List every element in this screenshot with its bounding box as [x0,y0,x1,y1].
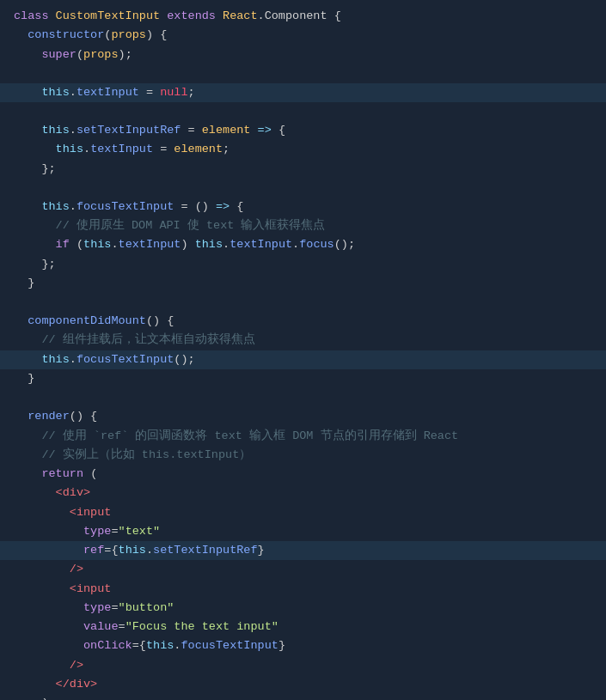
code-line: // 实例上（比如 this.textInput） [0,446,606,465]
code-line: } [0,369,606,388]
code-line: // 使用原生 DOM API 使 text 输入框获得焦点 [0,216,606,235]
code-line: this.setTextInputRef = element => { [0,121,606,140]
code-line [0,388,606,407]
code-line: type="text" [0,522,606,541]
code-editor: class CustomTextInput extends React.Comp… [0,0,606,700]
code-line: super(props); [0,46,606,64]
code-line [0,64,606,83]
code-line: return ( [0,465,606,484]
code-line: /> [0,656,606,675]
code-line: this.textInput = element; [0,140,606,159]
code-line: </div> [0,675,606,694]
code-line: /> [0,560,606,579]
code-line [0,102,606,121]
code-line: onClick={this.focusTextInput} [0,636,606,655]
code-line: value="Focus the text input" [0,618,606,636]
code-line: render() { [0,407,606,426]
code-line: constructor(props) { [0,26,606,45]
code-line: class CustomTextInput extends React.Comp… [0,7,606,26]
code-line: <div> [0,484,606,502]
code-line: <input [0,503,606,522]
code-line: }; [0,160,606,179]
code-line [0,179,606,198]
code-line: this.textInput = null; [0,83,606,102]
code-line: }; [0,255,606,274]
code-line: if (this.textInput) this.textInput.focus… [0,235,606,254]
code-line: this.focusTextInput(); [0,350,606,369]
code-line: componentDidMount() { [0,312,606,331]
code-line: ref={this.setTextInputRef} [0,541,606,560]
code-line: // 组件挂载后，让文本框自动获得焦点 [0,331,606,350]
code-line [0,293,606,312]
code-line: this.focusTextInput = () => { [0,198,606,216]
code-line: <input [0,580,606,599]
code-line: } [0,274,606,293]
code-line: // 使用 `ref` 的回调函数将 text 输入框 DOM 节点的引用存储到… [0,427,606,446]
code-line: type="button" [0,599,606,618]
code-line: ); [0,694,606,700]
